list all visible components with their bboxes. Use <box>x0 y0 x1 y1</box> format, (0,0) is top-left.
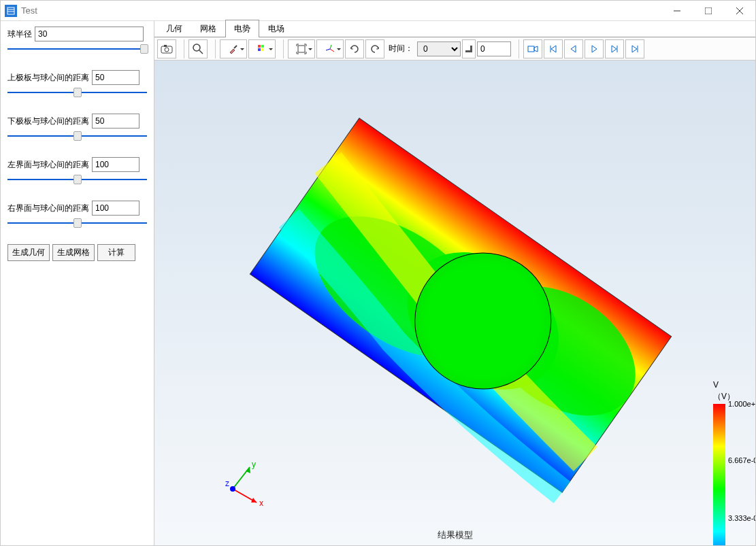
param-label-2: 下极板与球心间的距离 <box>7 116 89 127</box>
legend-title-1: V <box>713 380 735 390</box>
skip-end-button[interactable] <box>625 39 644 58</box>
svg-rect-0 <box>7 7 14 14</box>
mark-button[interactable] <box>462 39 476 58</box>
svg-rect-14 <box>261 45 264 48</box>
param-slider-2[interactable] <box>7 133 147 139</box>
svg-line-11 <box>199 50 203 54</box>
svg-rect-13 <box>258 45 261 48</box>
param-slider-3[interactable] <box>7 176 147 183</box>
param-label-1: 上极板与球心间的距离 <box>7 72 89 84</box>
window-title: Test <box>21 5 661 16</box>
svg-point-37 <box>230 486 235 492</box>
fit-dropdown[interactable] <box>288 39 315 58</box>
rotate-ccw-button[interactable] <box>365 39 384 58</box>
svg-rect-4 <box>705 7 712 14</box>
param-label-3: 左界面与球心间的距离 <box>7 159 89 171</box>
tab-3[interactable]: 电场 <box>259 20 293 37</box>
step-forward-button[interactable] <box>605 39 624 58</box>
rotate-cw-button[interactable] <box>345 39 364 58</box>
svg-rect-17 <box>298 46 305 52</box>
zoom-button[interactable] <box>188 39 208 58</box>
legend-tick: 1.000e+00 <box>728 400 755 408</box>
svg-rect-15 <box>258 48 261 51</box>
legend-tick: 6.667e-01 <box>728 456 755 464</box>
viewport[interactable]: x y z V （V） 1.000e+006.667e-013.333e-010… <box>154 61 755 545</box>
param-input-1[interactable] <box>92 70 139 85</box>
brush-dropdown[interactable] <box>220 39 247 58</box>
svg-point-10 <box>193 44 200 51</box>
color-legend: V （V） 1.000e+006.667e-013.333e-010.000e+… <box>713 380 735 545</box>
record-button[interactable] <box>523 39 542 58</box>
minimize-button[interactable] <box>661 1 693 21</box>
titlebar: Test <box>1 1 755 21</box>
legend-tick: 3.333e-01 <box>728 514 755 522</box>
cube-dropdown[interactable] <box>248 39 276 58</box>
axis-dropdown[interactable] <box>316 39 344 58</box>
svg-point-8 <box>165 48 169 52</box>
svg-line-19 <box>330 45 331 49</box>
viewport-label: 结果模型 <box>438 529 473 541</box>
svg-line-12 <box>234 46 237 48</box>
svg-line-20 <box>326 49 330 50</box>
svg-rect-16 <box>261 48 264 51</box>
param-label-4: 右界面与球心间的距离 <box>7 203 89 214</box>
svg-rect-9 <box>164 45 167 47</box>
screenshot-button[interactable] <box>157 39 176 58</box>
toolbar: 时间： 0 <box>154 37 755 61</box>
svg-rect-23 <box>528 46 534 52</box>
axis-widget: x y z <box>216 455 270 511</box>
tab-1[interactable]: 网格 <box>191 20 225 37</box>
tab-bar: 几何网格电势电场 <box>154 21 755 37</box>
close-button[interactable] <box>724 1 755 21</box>
param-input-4[interactable] <box>92 201 139 216</box>
param-slider-1[interactable] <box>7 89 147 96</box>
legend-bar: 1.000e+006.667e-013.333e-010.000e+00 <box>713 404 725 545</box>
result-model <box>223 81 699 530</box>
param-input-0[interactable] <box>35 27 144 41</box>
tab-0[interactable]: 几何 <box>157 20 191 37</box>
svg-line-18 <box>330 49 334 52</box>
time-label: 时间： <box>389 43 413 54</box>
tab-2[interactable]: 电势 <box>225 20 259 37</box>
play-button[interactable] <box>585 39 604 58</box>
param-slider-0[interactable] <box>7 46 147 52</box>
maximize-button[interactable] <box>693 1 724 21</box>
generate-geometry-button[interactable]: 生成几何 <box>7 244 50 261</box>
time-select[interactable]: 0 <box>417 41 461 56</box>
step-back-button[interactable] <box>564 39 583 58</box>
app-icon <box>5 5 17 17</box>
param-input-2[interactable] <box>92 114 139 129</box>
svg-rect-22 <box>465 50 472 52</box>
calculate-button[interactable]: 计算 <box>97 244 135 261</box>
svg-text:y: y <box>252 460 256 469</box>
sidebar: 球半径 上极板与球心间的距离 下极板与球心间的距离 左界面与球心间的距离 右界面… <box>1 21 154 545</box>
param-label-0: 球半径 <box>7 29 32 40</box>
param-input-3[interactable] <box>92 157 139 172</box>
svg-text:z: z <box>225 479 229 488</box>
svg-text:x: x <box>259 498 263 508</box>
param-slider-4[interactable] <box>7 220 147 226</box>
frame-input[interactable] <box>477 41 511 56</box>
skip-start-button[interactable] <box>544 39 563 58</box>
generate-mesh-button[interactable]: 生成网格 <box>52 244 95 261</box>
